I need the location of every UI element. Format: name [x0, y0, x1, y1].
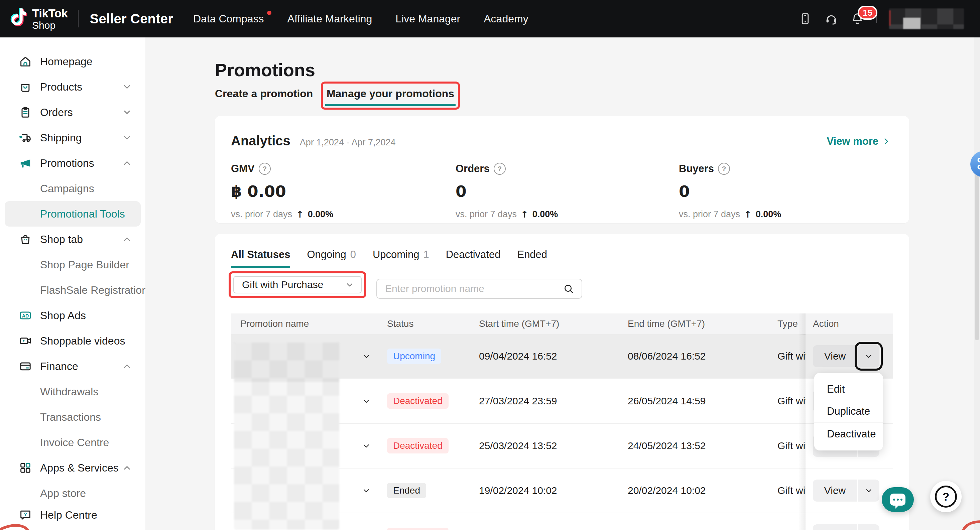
metric-label: Buyers [679, 163, 714, 175]
navbar-right: 15 [798, 0, 964, 37]
blurred-account-name[interactable] [889, 8, 964, 29]
help-button[interactable]: ? [930, 481, 962, 512]
blurred-promotion-names [234, 342, 339, 530]
promotions-list-card: All Statuses Ongoing0 Upcoming1 Deactiva… [215, 234, 909, 530]
sidebar-item-label: Shoppable videos [40, 335, 125, 347]
action-cell: View [805, 513, 893, 530]
view-more-link[interactable]: View more [827, 135, 891, 147]
view-dropdown-button[interactable] [858, 524, 880, 530]
promotion-search-input[interactable]: Enter promotion name [376, 279, 582, 299]
status-tab-ended[interactable]: Ended [517, 248, 547, 268]
sidebar-item-label: Homepage [40, 56, 92, 68]
sidebar-item-promotional-tools[interactable]: Promotional Tools [5, 201, 141, 226]
metric-value: ฿ 0.00 [231, 182, 333, 201]
sidebar-item-shop-tab[interactable]: Shop tab [0, 226, 145, 252]
menu-item-edit[interactable]: Edit [814, 378, 883, 400]
nav-link-affiliate-marketing[interactable]: Affiliate Marketing [288, 13, 372, 25]
sidebar-item-label: Orders [40, 106, 73, 119]
tiktok-shop-logo[interactable]: TikTok Shop [10, 7, 68, 30]
help-tooltip-icon[interactable]: ? [718, 163, 730, 175]
status-tab-label: All Statuses [231, 248, 290, 261]
start-time-cell: 03/01/2024 16:53 [469, 513, 618, 530]
sidebar-item-label: FlashSale Registration [40, 284, 145, 296]
sidebar-item-invoice-centre[interactable]: Invoice Centre [0, 430, 145, 455]
view-dropdown-button[interactable] [858, 479, 880, 501]
metric-value: 0 [679, 182, 781, 201]
sidebar-item-label: Products [40, 81, 82, 93]
page-scrollbar-thumb[interactable] [975, 157, 979, 340]
chevron-up-icon [122, 158, 132, 168]
view-dropdown-button[interactable] [858, 345, 880, 367]
notification-dot [267, 11, 271, 15]
status-badge: Ended [387, 483, 426, 498]
support-headset-icon[interactable] [824, 12, 838, 26]
compare-label: vs. prior 7 days [231, 209, 292, 220]
annotation-box-type-filter: Gift with Purchase [229, 271, 366, 298]
view-button[interactable]: View [813, 479, 857, 501]
sidebar-item-shoppable-videos[interactable]: Shoppable videos [0, 328, 145, 353]
sidebar-item-label: Help Centre [40, 509, 97, 521]
command-symbol: ⌘ [976, 155, 980, 173]
status-tab-all[interactable]: All Statuses [231, 248, 290, 268]
chevron-down-icon [122, 133, 132, 143]
menu-item-duplicate[interactable]: Duplicate [814, 400, 883, 422]
sidebar-item-label: Shop Page Builder [40, 259, 129, 271]
help-tooltip-icon[interactable]: ? [494, 163, 506, 175]
seller-center-title[interactable]: Seller Center [90, 11, 173, 26]
chevron-down-icon [345, 280, 354, 290]
sidebar-item-label: App store [40, 487, 86, 500]
nav-link-live-manager[interactable]: Live Manager [395, 13, 460, 25]
sidebar-item-shop-page-builder[interactable]: Shop Page Builder [0, 252, 145, 277]
metric-label: GMV [231, 163, 255, 175]
status-tab-upcoming[interactable]: Upcoming1 [373, 248, 429, 268]
nav-link-data-compass[interactable]: Data Compass [193, 13, 264, 25]
nav-link-academy[interactable]: Academy [484, 13, 528, 25]
sidebar-item-homepage[interactable]: Homepage [0, 49, 145, 74]
expand-row-icon[interactable] [362, 486, 371, 495]
notifications-bell-icon[interactable]: 15 [850, 12, 864, 26]
expand-row-icon[interactable] [362, 441, 371, 450]
type-cell: Gift with Purchase [768, 379, 805, 423]
sidebar-item-promotions[interactable]: Promotions [0, 150, 145, 176]
command-shortcut-icon[interactable]: ⌘ [970, 151, 980, 177]
sidebar-item-transactions[interactable]: Transactions [0, 404, 145, 430]
sidebar-item-shop-ads[interactable]: AD Shop Ads [0, 303, 145, 328]
promotion-type-select[interactable]: Gift with Purchase [233, 276, 362, 293]
sidebar-item-apps-services[interactable]: Apps & Services [0, 455, 145, 481]
expand-row-icon[interactable] [362, 352, 371, 361]
sidebar-item-campaigns[interactable]: Campaigns [0, 176, 145, 201]
sidebar-item-label: Campaigns [40, 183, 94, 195]
sidebar-item-shipping[interactable]: Shipping [0, 125, 145, 150]
column-header-action: Action [805, 314, 893, 334]
help-tooltip-icon[interactable]: ? [259, 163, 271, 175]
status-tab-deactivated[interactable]: Deactivated [446, 248, 501, 268]
chevron-down-icon [122, 82, 132, 92]
sidebar-item-orders[interactable]: Orders [0, 100, 145, 125]
sidebar-item-label: Promotions [40, 157, 94, 169]
status-tab-label: Ongoing [307, 248, 346, 263]
tab-manage-your-promotions[interactable]: Manage your promotions [325, 84, 456, 106]
view-button[interactable]: View [813, 345, 857, 367]
view-button[interactable]: View [813, 524, 857, 530]
sidebar-item-products[interactable]: Products [0, 74, 145, 100]
sidebar-item-flashsale-registration[interactable]: FlashSale Registration [0, 277, 145, 303]
menu-item-deactivate[interactable]: Deactivate [814, 422, 883, 445]
expand-row-icon[interactable] [362, 396, 371, 406]
chevron-up-icon [122, 234, 132, 244]
status-badge: Deactivated [387, 393, 449, 409]
chat-support-button[interactable] [882, 487, 914, 512]
mobile-app-icon[interactable] [798, 12, 812, 26]
status-tab-ongoing[interactable]: Ongoing0 [307, 248, 356, 268]
compare-label: vs. prior 7 days [456, 209, 517, 220]
tab-create-promotion[interactable]: Create a promotion [215, 88, 313, 100]
sidebar-menu: Homepage Products Orders Shipping Promot… [0, 37, 145, 506]
sidebar-item-finance[interactable]: Finance [0, 353, 145, 379]
chevron-down-icon [864, 352, 873, 361]
sidebar-item-withdrawals[interactable]: Withdrawals [0, 379, 145, 404]
up-arrow-icon: ↑ [521, 209, 528, 220]
status-tab-count: 1 [423, 248, 429, 263]
action-dropdown-menu: Edit Duplicate Deactivate [814, 373, 883, 450]
home-icon [19, 55, 32, 68]
status-badge: Deactivated [387, 438, 449, 454]
chevron-up-icon [122, 361, 132, 371]
